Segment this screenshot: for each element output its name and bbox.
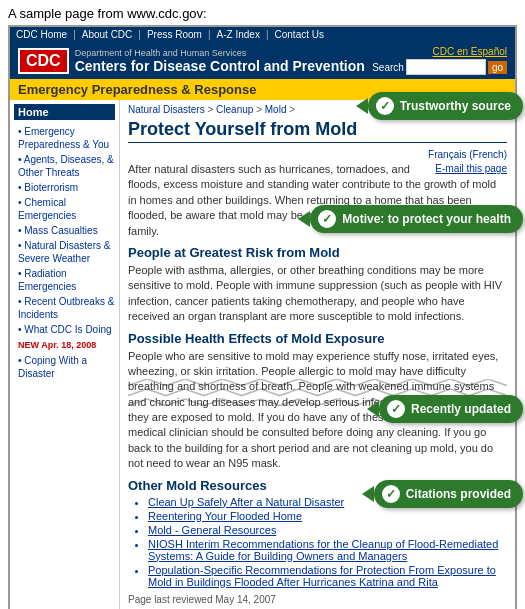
check-icon-trustworthy: ✓: [376, 97, 394, 115]
search-go-button[interactable]: go: [488, 61, 507, 74]
search-row: Search go: [372, 59, 507, 75]
search-input[interactable]: [406, 59, 486, 75]
sidebar-item-ep-you[interactable]: • Emergency Preparedness & You: [14, 124, 115, 152]
sidebar-item-what-cdc[interactable]: • What CDC Is Doing: [14, 322, 115, 337]
email-link[interactable]: E-mail this page: [435, 162, 507, 176]
callout-arrow-trustworthy: [356, 98, 368, 114]
mold-resource-2[interactable]: Reentering Your Flooded Home: [148, 510, 507, 522]
cdc-logo: CDC: [18, 48, 69, 74]
check-icon-motive: ✓: [318, 210, 336, 228]
sidebar-item-new-badge: NEW Apr. 18, 2008: [14, 337, 115, 353]
search-label: Search: [372, 62, 404, 73]
cdc-title-area: Department of Health and Human Services …: [75, 48, 365, 74]
callout-recently-label: Recently updated: [411, 402, 511, 416]
main-area: Home • Emergency Preparedness & You • Ag…: [10, 100, 515, 609]
francais-link[interactable]: Français (French): [128, 149, 507, 160]
search-area: CDC en Español Search go: [372, 46, 507, 75]
nav-cdc-home[interactable]: CDC Home: [16, 29, 67, 40]
section1-text: People with asthma, allergies, or other …: [128, 263, 507, 325]
outer-label: A sample page from www.cdc.gov:: [0, 0, 525, 25]
mold-resource-4[interactable]: NIOSH Interim Recommendations for the Cl…: [148, 538, 507, 562]
date-reviewed: Page last reviewed May 14, 2007: [128, 594, 507, 605]
callout-citations-label: Citations provided: [406, 487, 511, 501]
new-badge: NEW Apr. 18, 2008: [18, 340, 96, 350]
mold-resources-list: Clean Up Safely After a Natural Disaster…: [128, 496, 507, 588]
callout-citations: ✓ Citations provided: [374, 480, 523, 508]
nav-press-room[interactable]: Press Room: [147, 29, 202, 40]
sidebar-item-outbreaks[interactable]: • Recent Outbreaks & Incidents: [14, 294, 115, 322]
site-header: CDC Department of Health and Human Servi…: [10, 42, 515, 79]
dept-name: Department of Health and Human Services: [75, 48, 365, 58]
check-icon-recently: ✓: [387, 400, 405, 418]
breadcrumb-natural[interactable]: Natural Disasters: [128, 104, 205, 115]
callout-motive-label: Motive: to protect your health: [342, 212, 511, 226]
callout-arrow-motive: [298, 211, 310, 227]
sidebar-item-coping[interactable]: • Coping With a Disaster: [14, 353, 115, 381]
sidebar: Home • Emergency Preparedness & You • Ag…: [10, 100, 120, 609]
sidebar-item-bioterrorism[interactable]: • Bioterrorism: [14, 180, 115, 195]
sidebar-item-mass[interactable]: • Mass Casualties: [14, 223, 115, 238]
callout-arrow-recently: [367, 401, 379, 417]
sidebar-item-agents[interactable]: • Agents, Diseases, & Other Threats: [14, 152, 115, 180]
org-name: Centers for Disease Control and Preventi…: [75, 58, 365, 74]
en-espanol-link[interactable]: CDC en Español: [433, 46, 507, 57]
mold-resource-5[interactable]: Population-Specific Recommendations for …: [148, 564, 507, 588]
nav-az-index[interactable]: A-Z Index: [217, 29, 260, 40]
sidebar-item-radiation[interactable]: • Radiation Emergencies: [14, 266, 115, 294]
logo-area: CDC Department of Health and Human Servi…: [18, 48, 365, 74]
section1-heading: People at Greatest Risk from Mold: [128, 245, 507, 260]
callout-motive: ✓ Motive: to protect your health: [310, 205, 523, 233]
page-title: Protect Yourself from Mold: [128, 119, 507, 143]
nav-about-cdc[interactable]: About CDC: [82, 29, 133, 40]
sidebar-item-natural[interactable]: • Natural Disasters & Severe Weather: [14, 238, 115, 266]
callout-trustworthy-label: Trustworthy source: [400, 99, 511, 113]
callout-arrow-citations: [362, 486, 374, 502]
section2-heading: Possible Health Effects of Mold Exposure: [128, 331, 507, 346]
top-nav: CDC Home | About CDC | Press Room | A-Z …: [10, 27, 515, 42]
callout-trustworthy: ✓ Trustworthy source: [368, 92, 523, 120]
sidebar-home[interactable]: Home: [14, 104, 115, 120]
nav-contact-us[interactable]: Contact Us: [275, 29, 324, 40]
mold-resource-3[interactable]: Mold - General Resources: [148, 524, 507, 536]
breadcrumb-mold[interactable]: Mold: [265, 104, 287, 115]
breadcrumb-cleanup[interactable]: Cleanup: [216, 104, 253, 115]
check-icon-citations: ✓: [382, 485, 400, 503]
sidebar-item-chemical[interactable]: • Chemical Emergencies: [14, 195, 115, 223]
callout-recently-updated: ✓ Recently updated: [379, 395, 523, 423]
content-area: Natural Disasters > Cleanup > Mold > Pro…: [120, 100, 515, 609]
